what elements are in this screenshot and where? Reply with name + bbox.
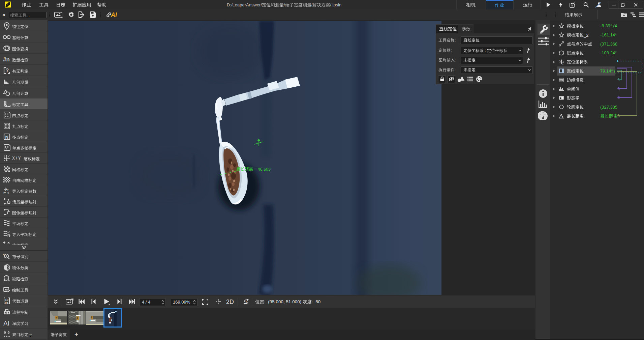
svg-text:N: N — [5, 135, 8, 140]
svg-text:z: z — [3, 191, 5, 194]
svg-text:#n: #n — [3, 56, 10, 63]
svg-text:x: x — [7, 191, 9, 194]
svg-text:AI: AI — [3, 320, 9, 327]
svg-text:x: x — [562, 63, 563, 65]
svg-text:?: ? — [6, 67, 9, 73]
svg-text:= 46.603: = 46.603 — [254, 167, 271, 172]
svg-text:1: 1 — [245, 300, 247, 304]
svg-text:d: d — [562, 116, 563, 118]
svg-text:Y: Y — [559, 60, 560, 62]
svg-text:01: 01 — [5, 301, 9, 305]
